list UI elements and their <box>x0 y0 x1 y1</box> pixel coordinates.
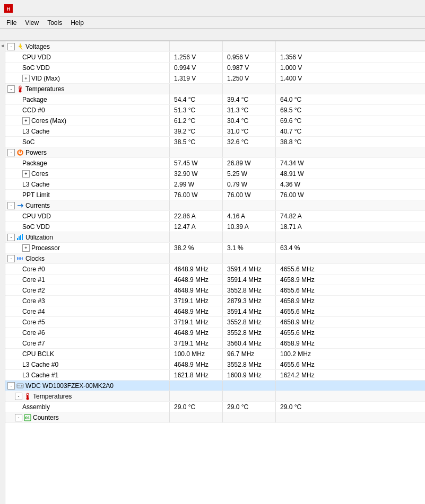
expand-button[interactable]: + <box>22 117 30 125</box>
table-row[interactable]: CPU VDD1.256 V0.956 V1.356 V <box>5 52 425 63</box>
value-cell: 100.0 MHz <box>170 349 223 359</box>
expand-button[interactable]: + <box>22 244 30 252</box>
table-row[interactable]: L3 Cache39.2 °C31.0 °C40.7 °C <box>5 126 425 137</box>
table-row[interactable]: -Powers <box>5 147 425 158</box>
table-row[interactable]: CPU BCLK100.0 MHz96.7 MHz100.2 MHz <box>5 349 425 359</box>
table-row[interactable]: Package57.45 W26.89 W74.34 W <box>5 158 425 169</box>
table-row[interactable]: +Processor38.2 %3.1 %63.4 % <box>5 243 425 253</box>
max-cell: 4.36 W <box>276 179 329 189</box>
table-row[interactable]: Assembly29.0 °C29.0 °C29.0 °C <box>5 402 425 412</box>
table-row[interactable]: +Cores (Max)61.2 °C30.4 °C69.6 °C <box>5 116 425 126</box>
window-controls <box>348 0 421 17</box>
table-row[interactable]: Core #44648.9 MHz3591.4 MHz4655.6 MHz <box>5 306 425 317</box>
table-row[interactable]: Core #64648.9 MHz3552.8 MHz4655.6 MHz <box>5 328 425 338</box>
collapse-button[interactable]: - <box>7 255 15 262</box>
table-row[interactable]: +Cores32.90 W5.25 W48.91 W <box>5 169 425 179</box>
min-cell <box>223 253 276 263</box>
expand-button[interactable]: + <box>22 75 30 82</box>
table-row[interactable]: -Currents <box>5 200 425 211</box>
value-cell: 4648.9 MHz <box>170 264 223 274</box>
table-row[interactable]: CPU VDD22.86 A4.16 A74.82 A <box>5 211 425 222</box>
current-icon <box>16 202 24 209</box>
sensor-cell: Package <box>5 94 170 104</box>
table-row[interactable]: SoC VDD0.994 V0.987 V1.000 V <box>5 63 425 73</box>
sensor-tree[interactable]: -VoltagesCPU VDD1.256 V0.956 V1.356 VSoC… <box>5 41 425 504</box>
table-row[interactable]: -Voltages <box>5 41 425 52</box>
sensor-label: Core #3 <box>22 297 45 305</box>
table-row[interactable]: -Temperatures <box>5 391 425 402</box>
max-cell: 4658.9 MHz <box>276 338 329 348</box>
counter-icon: 01 <box>24 414 31 421</box>
table-row[interactable]: +VID (Max)1.319 V1.250 V1.400 V <box>5 73 425 84</box>
max-cell: 69.6 °C <box>276 116 329 126</box>
value-cell: 3719.1 MHz <box>170 338 223 348</box>
sensor-label: VID (Max) <box>31 75 60 82</box>
min-cell: 32.6 °C <box>223 137 276 147</box>
max-cell <box>276 381 329 391</box>
max-cell: 4655.6 MHz <box>276 264 329 274</box>
table-row[interactable]: SoC38.5 °C32.6 °C38.8 °C <box>5 137 425 147</box>
collapse-button[interactable]: - <box>7 149 15 156</box>
collapse-button[interactable]: - <box>7 202 15 209</box>
value-cell <box>170 200 223 210</box>
minimize-button[interactable] <box>348 0 372 17</box>
collapse-button[interactable]: - <box>15 393 22 400</box>
value-cell <box>170 391 223 401</box>
value-cell: 4648.9 MHz <box>170 285 223 295</box>
min-cell: 2879.3 MHz <box>223 296 276 306</box>
table-row[interactable]: -Temperatures <box>5 84 425 94</box>
table-row[interactable]: Package54.4 °C39.4 °C64.0 °C <box>5 94 425 105</box>
table-row[interactable]: Core #53719.1 MHz3552.8 MHz4658.9 MHz <box>5 317 425 328</box>
svg-text:H: H <box>7 6 11 12</box>
sensor-label: CPU VDD <box>22 213 51 220</box>
svg-rect-4 <box>20 87 21 91</box>
table-row[interactable]: -01Counters <box>5 412 425 423</box>
sensor-label: Processor <box>31 244 60 252</box>
sensor-label: SoC VDD <box>22 223 50 231</box>
table-row[interactable]: -Clocks <box>5 253 425 264</box>
value-cell <box>170 41 223 51</box>
sensor-cell: CPU BCLK <box>5 349 170 359</box>
table-row[interactable]: PPT Limit76.00 W76.00 W76.00 W <box>5 190 425 200</box>
svg-point-16 <box>21 385 23 386</box>
svg-text:01: 01 <box>25 415 30 420</box>
value-cell: 12.47 A <box>170 222 223 232</box>
sensor-label: L3 Cache #0 <box>22 361 58 368</box>
min-cell <box>223 391 276 401</box>
sensor-cell: +VID (Max) <box>5 73 170 83</box>
table-row[interactable]: Core #33719.1 MHz2879.3 MHz4658.9 MHz <box>5 296 425 306</box>
collapse-button[interactable]: - <box>7 234 15 241</box>
menu-help[interactable]: Help <box>66 18 88 28</box>
collapse-button[interactable]: - <box>7 43 15 50</box>
sensor-cell: +Processor <box>5 243 170 253</box>
app-icon: H <box>4 4 13 13</box>
table-row[interactable]: Core #14648.9 MHz3591.4 MHz4658.9 MHz <box>5 275 425 285</box>
menu-tools[interactable]: Tools <box>43 18 66 28</box>
table-row[interactable]: -WDC WD1003FZEX-00MK2A0 <box>5 381 425 391</box>
sensor-label: Voltages <box>25 43 50 50</box>
collapse-button[interactable]: - <box>7 382 15 390</box>
menu-file[interactable]: File <box>2 18 21 28</box>
table-row[interactable]: SoC VDD12.47 A10.39 A18.71 A <box>5 222 425 232</box>
menu-view[interactable]: View <box>21 18 43 28</box>
maximize-button[interactable] <box>372 0 396 17</box>
temp-icon <box>24 393 31 400</box>
max-cell: 100.2 MHz <box>276 349 329 359</box>
value-cell <box>170 232 223 242</box>
table-row[interactable]: Core #24648.9 MHz3552.8 MHz4655.6 MHz <box>5 285 425 296</box>
collapse-button[interactable]: - <box>7 85 15 93</box>
value-cell: 22.86 A <box>170 211 223 221</box>
side-collapse-handle[interactable]: ◄ <box>0 41 5 504</box>
table-row[interactable]: L3 Cache #11621.8 MHz1600.9 MHz1624.2 MH… <box>5 370 425 381</box>
table-row[interactable]: -Utilization <box>5 232 425 243</box>
table-row[interactable]: CCD #051.3 °C31.3 °C69.5 °C <box>5 105 425 116</box>
value-cell: 39.2 °C <box>170 126 223 136</box>
collapse-button[interactable]: - <box>15 414 22 421</box>
max-cell: 74.34 W <box>276 158 329 168</box>
expand-button[interactable]: + <box>22 170 30 178</box>
table-row[interactable]: Core #04648.9 MHz3591.4 MHz4655.6 MHz <box>5 264 425 275</box>
close-button[interactable] <box>396 0 421 17</box>
table-row[interactable]: Core #73719.1 MHz3560.4 MHz4658.9 MHz <box>5 338 425 349</box>
table-row[interactable]: L3 Cache2.99 W0.79 W4.36 W <box>5 179 425 190</box>
table-row[interactable]: L3 Cache #04648.9 MHz3552.8 MHz4655.6 MH… <box>5 359 425 370</box>
